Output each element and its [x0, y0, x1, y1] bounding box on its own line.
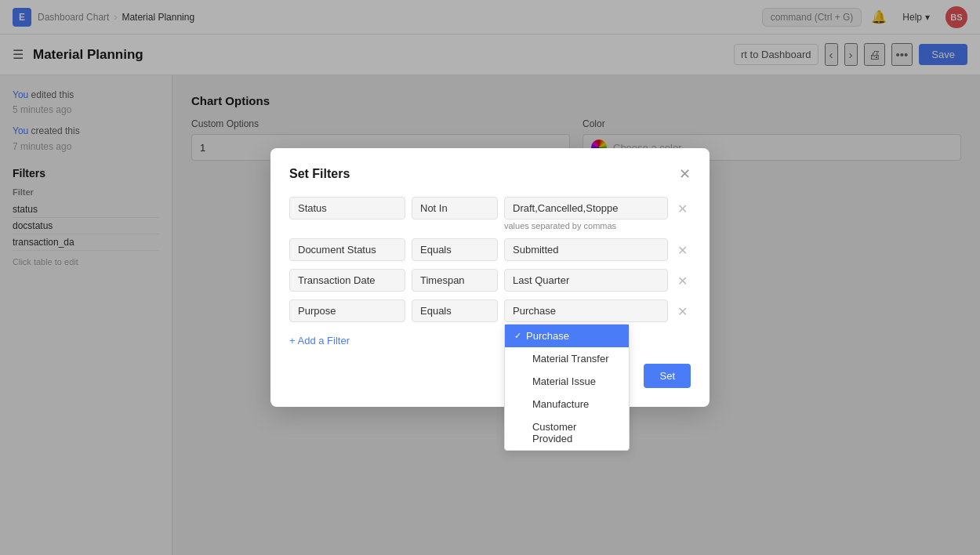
filter-value-transaction-date[interactable]: Last Quarter This Quarter Last Month Thi…: [504, 269, 668, 292]
filter-remove-status[interactable]: ✕: [674, 198, 691, 219]
filter-operator-timespan: Timespan: [412, 269, 498, 292]
modal-overlay: Set Filters ✕ Status Not In values separ…: [0, 0, 980, 555]
filter-field-purpose: Purpose: [289, 299, 405, 322]
filter-value-status[interactable]: [504, 197, 668, 219]
filter-operator-equals-2: Equals: [412, 299, 498, 322]
set-button[interactable]: Set: [644, 364, 691, 388]
dropdown-item-customer-provided[interactable]: Customer Provided: [505, 415, 629, 450]
filter-value-purpose[interactable]: Purchase: [504, 299, 668, 322]
modal-title: Set Filters: [289, 167, 350, 181]
filter-operator-equals-1: Equals: [412, 238, 498, 261]
dropdown-item-material-transfer[interactable]: Material Transfer: [505, 347, 629, 370]
filter-value-docstatus[interactable]: Submitted Draft Cancelled: [504, 238, 668, 261]
filter-remove-purpose[interactable]: ✕: [674, 301, 691, 322]
check-icon: ✓: [514, 331, 521, 341]
filter-value-wrap-status: values separated by commas: [504, 197, 668, 230]
dropdown-item-purchase[interactable]: ✓ Purchase: [505, 325, 629, 347]
set-filters-modal: Set Filters ✕ Status Not In values separ…: [270, 148, 710, 407]
filter-row-docstatus: Document Status Equals Submitted Draft C…: [289, 238, 691, 261]
purpose-dropdown: ✓ Purchase Material Transfer Material Is…: [504, 324, 630, 451]
filter-value-wrap-transaction-date: Last Quarter This Quarter Last Month Thi…: [504, 269, 668, 292]
add-filter-button[interactable]: + Add a Filter: [289, 330, 350, 351]
filter-field-docstatus: Document Status: [289, 238, 405, 261]
filter-operator-not-in: Not In: [412, 197, 498, 219]
modal-close-button[interactable]: ✕: [679, 167, 691, 181]
dropdown-item-manufacture[interactable]: Manufacture: [505, 393, 629, 415]
filter-field-transaction-date: Transaction Date: [289, 269, 405, 292]
modal-footer: Set: [289, 364, 691, 388]
filter-row-purpose: Purpose Equals Purchase ✓ Purchase Mater…: [289, 299, 691, 322]
filter-field-status: Status: [289, 197, 405, 219]
filter-row-transaction-date: Transaction Date Timespan Last Quarter T…: [289, 269, 691, 292]
modal-header: Set Filters ✕: [289, 167, 691, 181]
filter-remove-transaction-date[interactable]: ✕: [674, 270, 691, 292]
filter-value-wrap-purpose: Purchase ✓ Purchase Material Transfer Ma…: [504, 299, 668, 322]
filter-row-status: Status Not In values separated by commas…: [289, 197, 691, 230]
dropdown-item-material-issue[interactable]: Material Issue: [505, 370, 629, 393]
add-filter-row: + Add a Filter: [289, 330, 691, 351]
filter-remove-docstatus[interactable]: ✕: [674, 240, 691, 261]
filter-hint-status: values separated by commas: [504, 221, 668, 230]
filter-value-wrap-docstatus: Submitted Draft Cancelled: [504, 238, 668, 261]
